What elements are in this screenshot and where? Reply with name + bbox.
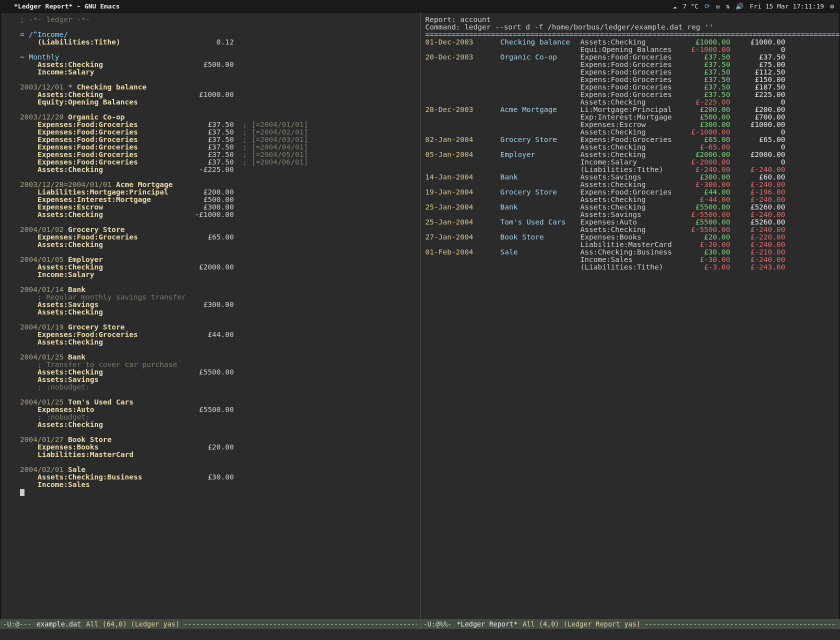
source-line[interactable]: Assets:Savings — [20, 376, 415, 384]
source-line[interactable]: Expenses:Food:Groceries £65.00 — [20, 234, 415, 241]
source-line[interactable]: 2004/01/14 Bank — [20, 286, 415, 294]
source-line[interactable]: Assets:Checking -£1000.00 — [20, 211, 415, 218]
report-row[interactable]: 28-Dec-2003Acme MortgageLi:Mortgage:Prin… — [426, 106, 836, 114]
source-line[interactable] — [20, 46, 415, 54]
source-line[interactable]: (Liabilities:Tithe) 0.12 — [20, 38, 415, 46]
ledger-report-buffer[interactable]: Report: accountCommand: ledger --sort d … — [420, 12, 840, 628]
source-line[interactable]: 2004/01/27 Book Store — [20, 436, 415, 444]
report-row[interactable]: (Liabilities:Tithe)£-3.60£-243.60 — [426, 264, 836, 271]
source-line[interactable]: 2004/01/05 Employer — [20, 256, 415, 264]
source-line[interactable]: Assets:Checking £500.00 — [20, 61, 415, 68]
source-line[interactable]: ~ Monthly — [20, 54, 415, 61]
source-line[interactable]: 2004/01/19 Grocery Store — [20, 324, 415, 331]
source-line[interactable] — [20, 106, 415, 114]
report-row[interactable]: 14-Jan-2004BankAssets:Savings£300.00£60.… — [426, 174, 836, 181]
report-row[interactable]: Expens:Food:Groceries£37.50£75.00 — [426, 61, 836, 68]
report-row[interactable]: 01-Dec-2003Checking balanceAssets:Checki… — [426, 38, 836, 46]
report-row[interactable]: Exp:Interest:Mortgage£500.00£700.00 — [426, 114, 836, 121]
source-line[interactable]: Assets:Checking -£225.00 — [20, 166, 415, 174]
source-line[interactable]: 2004/02/01 Sale — [20, 466, 415, 474]
left-window[interactable]: ; -*- ledger -*- = /^Income/ (Liabilitie… — [0, 12, 420, 640]
source-line[interactable]: Expenses:Books £20.00 — [20, 444, 415, 451]
report-row[interactable]: 20-Dec-2003Organic Co-opExpens:Food:Groc… — [426, 54, 836, 61]
source-line[interactable]: Expenses:Food:Groceries £37.50 ; [=2004/… — [20, 144, 415, 151]
settings-gear-icon[interactable]: ⚙ — [830, 2, 834, 10]
source-line[interactable]: 2003/12/01 * Checking balance — [20, 84, 415, 91]
source-line[interactable] — [20, 174, 415, 181]
report-row[interactable]: 02-Jan-2004Grocery StoreExpens:Food:Groc… — [426, 136, 836, 144]
report-row[interactable]: Assets:Checking£-5500.00£-240.00 — [426, 226, 836, 234]
report-row[interactable]: Expens:Food:Groceries£37.50£112.50 — [426, 68, 836, 76]
source-line[interactable]: Assets:Checking — [20, 421, 415, 428]
source-line[interactable]: Liabilities:Mortgage:Principal £200.00 — [20, 188, 415, 196]
report-row[interactable]: Assets:Checking£-44.00£-240.00 — [426, 196, 836, 204]
source-line[interactable]: Liabilities:MasterCard — [20, 451, 415, 458]
source-line[interactable]: Income:Salary — [20, 271, 415, 278]
refresh-icon[interactable]: ⟳ — [704, 2, 710, 10]
source-line[interactable] — [20, 278, 415, 286]
report-row[interactable]: 01-Feb-2004SaleAss:Checking:Business£30.… — [426, 248, 836, 256]
source-line[interactable]: Expenses:Escrow £300.00 — [20, 204, 415, 211]
source-line[interactable] — [20, 346, 415, 354]
source-line[interactable]: Assets:Checking — [20, 338, 415, 346]
report-row[interactable]: 27-Jan-2004Book StoreExpenses:Books£20.0… — [426, 234, 836, 241]
source-line[interactable]: Assets:Checking:Business £30.00 — [20, 474, 415, 481]
report-row[interactable]: Assets:Checking£-1000.000 — [426, 128, 836, 136]
report-row[interactable]: Assets:Checking£-225.000 — [426, 98, 836, 106]
source-line[interactable]: ; Transfer to cover car purchase — [20, 361, 415, 368]
source-line[interactable]: 2003/12/28=2004/01/01 Acme Mortgage — [20, 181, 415, 188]
source-line[interactable]: Assets:Checking £5500.00 — [20, 368, 415, 376]
volume-icon[interactable]: 🔊 — [736, 2, 744, 10]
source-line[interactable]: ; Regular monthly savings transfer — [20, 294, 415, 301]
source-line[interactable] — [20, 428, 415, 436]
source-line[interactable]: 2004/01/25 Bank — [20, 354, 415, 361]
source-line[interactable]: Expenses:Food:Groceries £37.50 ; [=2004/… — [20, 151, 415, 158]
source-line[interactable] — [20, 248, 415, 256]
source-line[interactable] — [20, 316, 415, 324]
report-row[interactable]: Equi:Opening Balances£-1000.000 — [426, 46, 836, 54]
minibuffer[interactable] — [0, 629, 840, 640]
source-line[interactable]: Expenses:Food:Groceries £37.50 ; [=2004/… — [20, 136, 415, 144]
source-line[interactable] — [20, 76, 415, 84]
report-row[interactable]: Expenses:Escrow£300.00£1000.00 — [426, 121, 836, 128]
source-line[interactable]: ; :nobudget: — [20, 414, 415, 421]
source-line[interactable]: 2004/01/25 Tom's Used Cars — [20, 398, 415, 406]
source-line[interactable]: Income:Sales — [20, 481, 415, 488]
source-line[interactable]: Assets:Checking £1000.00 — [20, 91, 415, 98]
source-line[interactable]: ; :nobudget: — [20, 384, 415, 391]
source-line[interactable]: Expenses:Food:Groceries £37.50 ; [=2004/… — [20, 128, 415, 136]
source-line[interactable]: Assets:Checking — [20, 241, 415, 248]
source-line[interactable]: Equity:Opening Balances — [20, 98, 415, 106]
report-row[interactable]: Income:Sales£-30.00£-240.00 — [426, 256, 836, 264]
report-row[interactable]: (Liabilities:Tithe)£-240.00£-240.00 — [426, 166, 836, 174]
source-line[interactable]: Expenses:Auto £5500.00 — [20, 406, 415, 414]
report-row[interactable]: 05-Jan-2004EmployerAssets:Checking£2000.… — [426, 151, 836, 158]
report-row[interactable]: Expens:Food:Groceries£37.50£225.00 — [426, 91, 836, 98]
report-row[interactable]: Assets:Savings£-5500.00£-240.00 — [426, 211, 836, 218]
right-window[interactable]: Report: accountCommand: ledger --sort d … — [420, 12, 840, 640]
report-row[interactable]: 25-Jan-2004BankAssets:Checking£5500.00£5… — [426, 204, 836, 211]
source-line[interactable]: Assets:Savings £300.00 — [20, 301, 415, 308]
source-line[interactable]: = /^Income/ — [20, 31, 415, 38]
source-line[interactable] — [20, 24, 415, 31]
report-row[interactable]: 25-Jan-2004Tom's Used CarsExpenses:Auto£… — [426, 218, 836, 226]
source-line[interactable]: 2003/12/20 Organic Co-op — [20, 114, 415, 121]
source-line[interactable] — [20, 218, 415, 226]
source-line[interactable]: 2004/01/02 Grocery Store — [20, 226, 415, 234]
source-line[interactable] — [20, 391, 415, 398]
source-line[interactable]: Assets:Checking £2000.00 — [20, 264, 415, 271]
report-row[interactable]: Liabilitie:MasterCard£-20.00£-240.00 — [426, 241, 836, 248]
report-row[interactable]: Expens:Food:Groceries£37.50£187.50 — [426, 84, 836, 91]
source-line[interactable]: Expenses:Food:Groceries £37.50 ; [=2004/… — [20, 121, 415, 128]
source-line[interactable] — [20, 458, 415, 466]
report-row[interactable]: Assets:Checking£-65.000 — [426, 144, 836, 151]
source-line[interactable]: Expenses:Food:Groceries £37.50 ; [=2004/… — [20, 158, 415, 166]
network-icon[interactable]: ⇅ — [726, 2, 730, 10]
report-row[interactable]: Expens:Food:Groceries£37.50£150.00 — [426, 76, 836, 84]
report-row[interactable]: 19-Jan-2004Grocery StoreExpens:Food:Groc… — [426, 188, 836, 196]
report-row[interactable]: Assets:Checking£-300.00£-240.00 — [426, 181, 836, 188]
report-row[interactable]: Income:Salary£-2000.000 — [426, 158, 836, 166]
source-line[interactable]: Assets:Checking — [20, 308, 415, 316]
source-line[interactable]: Expenses:Food:Groceries £44.00 — [20, 331, 415, 338]
source-line[interactable]: Expenses:Interest:Mortgage £500.00 — [20, 196, 415, 204]
